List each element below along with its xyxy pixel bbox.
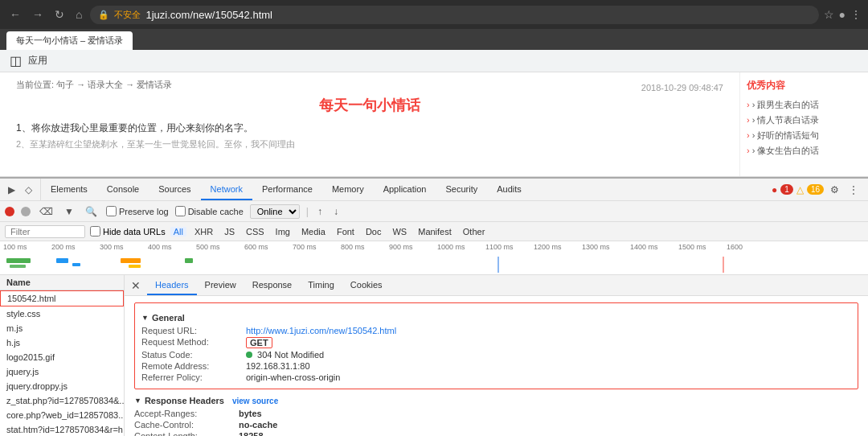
- throttle-select[interactable]: Online: [250, 204, 300, 219]
- sidebar-link-3[interactable]: › 像女生告白的话: [747, 143, 862, 158]
- file-item-5[interactable]: jquery.js: [0, 364, 124, 379]
- hide-data-urls-label[interactable]: Hide data URLs: [90, 226, 166, 237]
- file-name-6: jquery.droppy.js: [6, 381, 68, 391]
- lock-icon: 🔒: [98, 10, 109, 20]
- tab-application[interactable]: Application: [374, 179, 436, 200]
- tab-audits[interactable]: Audits: [487, 179, 531, 200]
- devtools-panel-icons: ▶ ◇: [0, 179, 41, 200]
- request-method-label: Request Method:: [141, 337, 246, 348]
- filter-type-all[interactable]: All: [170, 227, 186, 237]
- filter-type-css[interactable]: CSS: [243, 226, 268, 237]
- import-button[interactable]: ↑: [315, 206, 325, 217]
- record-button[interactable]: [5, 207, 14, 216]
- filter-type-js[interactable]: JS: [221, 226, 238, 237]
- tab-network[interactable]: Network: [201, 179, 252, 200]
- clear-button[interactable]: ⌫: [37, 206, 55, 217]
- menu-icon[interactable]: ⋮: [850, 8, 862, 21]
- reload-button[interactable]: ↻: [51, 6, 68, 23]
- details-tab-preview[interactable]: Preview: [197, 275, 244, 295]
- file-item-7[interactable]: z_stat.php?id=1278570834&...: [0, 393, 124, 408]
- tab-console[interactable]: Console: [97, 179, 149, 200]
- devtools-body: Name 150542.html style.css m.js h.js log…: [0, 275, 868, 436]
- tab-elements[interactable]: Elements: [41, 179, 97, 200]
- details-tab-response[interactable]: Response: [244, 275, 301, 295]
- view-source-link[interactable]: view source: [232, 397, 278, 405]
- disable-cache-checkbox[interactable]: [175, 206, 186, 216]
- filter-type-xhr[interactable]: XHR: [191, 226, 216, 237]
- devtools-more-button[interactable]: ⋮: [845, 183, 862, 197]
- address-bar[interactable]: 🔒 不安全 1juzi.com/new/150542.html: [90, 6, 818, 24]
- filter-type-manifest[interactable]: Manifest: [415, 226, 455, 237]
- tl-1500: 1500 ms: [678, 243, 727, 251]
- svg-rect-6: [185, 258, 193, 263]
- filter-type-media[interactable]: Media: [298, 226, 329, 237]
- export-button[interactable]: ↓: [331, 206, 341, 217]
- details-tab-timing[interactable]: Timing: [300, 275, 342, 295]
- disable-cache-label[interactable]: Disable cache: [175, 206, 244, 216]
- file-item-1[interactable]: style.css: [0, 306, 124, 321]
- file-item-0[interactable]: 150542.html: [0, 290, 124, 306]
- home-button[interactable]: ⌂: [72, 6, 85, 23]
- file-item-9[interactable]: stat.htm?id=1278570834&r=h...: [0, 422, 124, 436]
- inspect-element-button[interactable]: ▶: [5, 183, 18, 197]
- preserve-log-label[interactable]: Preserve log: [106, 206, 169, 216]
- page-title: 每天一句小情话: [16, 96, 723, 115]
- tl-300: 300 ms: [100, 243, 148, 251]
- filter-type-other[interactable]: Other: [460, 226, 489, 237]
- preserve-log-checkbox[interactable]: [106, 206, 117, 216]
- filter-type-img[interactable]: Img: [272, 226, 293, 237]
- file-item-6[interactable]: jquery.droppy.js: [0, 379, 124, 393]
- response-triangle-icon: ▼: [134, 397, 141, 405]
- page-content-line-2: 2、至某踏碎红尘望烧剃水，至某一生一世觉昱轮回。至你，我不间理由: [16, 138, 723, 150]
- sidebar-link-2[interactable]: › 好听的情话短句: [747, 128, 862, 143]
- not-secure-label: 不安全: [114, 9, 141, 21]
- apps-grid-icon: ◫: [10, 53, 22, 68]
- timeline-bar: 100 ms 200 ms 300 ms 400 ms 500 ms 600 m…: [0, 241, 868, 275]
- tl-100: 100 ms: [3, 243, 51, 251]
- extensions-icon[interactable]: ●: [839, 8, 845, 21]
- stop-button[interactable]: [21, 207, 31, 216]
- back-button[interactable]: ←: [6, 6, 24, 23]
- warning-icon: △: [796, 184, 804, 195]
- details-tab-headers[interactable]: Headers: [147, 275, 197, 295]
- filter-toggle-button[interactable]: ▼: [62, 206, 76, 217]
- file-item-4[interactable]: logo2015.gif: [0, 350, 124, 364]
- hide-data-urls-checkbox[interactable]: [90, 226, 100, 237]
- apps-bar: ◫ 应用: [0, 50, 868, 72]
- filter-input[interactable]: [5, 225, 85, 238]
- request-method-value: GET: [246, 337, 272, 348]
- tab-security[interactable]: Security: [436, 179, 487, 200]
- url-text[interactable]: 1juzi.com/new/150542.html: [145, 9, 810, 21]
- details-close-button[interactable]: ✕: [125, 279, 147, 292]
- disable-cache-text: Disable cache: [188, 207, 244, 216]
- browser-tab-active[interactable]: 每天一句小情话 – 爱情话录: [6, 31, 133, 50]
- device-toolbar-button[interactable]: ◇: [22, 183, 35, 197]
- accept-ranges-value: bytes: [239, 409, 262, 418]
- sidebar-link-1[interactable]: › 情人节表白话录: [747, 113, 862, 128]
- filter-type-ws[interactable]: WS: [389, 226, 410, 237]
- devtools-settings-button[interactable]: ⚙: [827, 183, 842, 197]
- file-name-2: m.js: [6, 323, 23, 333]
- search-button[interactable]: 🔍: [83, 206, 100, 217]
- file-name-5: jquery.js: [6, 367, 39, 376]
- browser-toolbar: ← → ↻ ⌂ 🔒 不安全 1juzi.com/new/150542.html …: [0, 0, 868, 29]
- sidebar-link-0[interactable]: › 跟男生表白的话: [747, 97, 862, 113]
- details-tab-cookies[interactable]: Cookies: [342, 275, 391, 295]
- filter-type-font[interactable]: Font: [334, 226, 358, 237]
- tab-memory[interactable]: Memory: [322, 179, 374, 200]
- tab-sources[interactable]: Sources: [149, 179, 200, 200]
- tl-1100: 1100 ms: [485, 243, 534, 251]
- network-toolbar: ⌫ ▼ 🔍 Preserve log Disable cache Online …: [0, 201, 868, 222]
- forward-button[interactable]: →: [29, 6, 47, 23]
- page-header-row: 当前位置: 句子 → 语录大全 → 爱情话录 2018-10-29 09:48:…: [16, 79, 723, 96]
- file-item-8[interactable]: core.php?web_id=12857083...: [0, 408, 124, 422]
- file-item-3[interactable]: h.js: [0, 335, 124, 350]
- request-method-row: Request Method: GET: [141, 337, 851, 348]
- tab-performance[interactable]: Performance: [252, 179, 322, 200]
- tl-1400: 1400 ms: [630, 243, 678, 251]
- request-url-row: Request URL: http://www.1juzi.com/new/15…: [141, 326, 851, 335]
- file-name-0: 150542.html: [7, 294, 56, 303]
- bookmark-icon[interactable]: ☆: [824, 8, 834, 21]
- filter-type-doc[interactable]: Doc: [362, 226, 385, 237]
- file-item-2[interactable]: m.js: [0, 321, 124, 335]
